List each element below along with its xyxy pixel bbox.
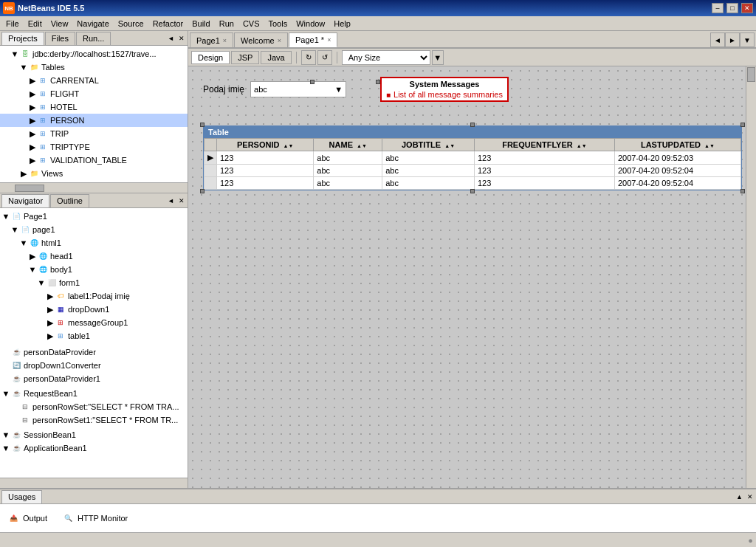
nav-item-body1[interactable]: ▼ 🌐 body1 bbox=[0, 263, 188, 276]
tab-nav-next[interactable]: ► bbox=[725, 32, 740, 47]
expander-person[interactable]: ▶ bbox=[28, 116, 37, 125]
tree-item-person[interactable]: ▶ ⊞ PERSON bbox=[0, 114, 188, 127]
refresh-btn[interactable]: ↻ bbox=[301, 50, 316, 65]
nav-item-rowset2[interactable]: ⊟ personRowSet1:"SELECT * FROM TR... bbox=[0, 413, 188, 427]
tree-item-validation[interactable]: ▶ ⊞ VALIDATION_TABLE bbox=[0, 154, 188, 167]
expander-msggroup1[interactable]: ▶ bbox=[46, 318, 55, 328]
sort-lu-icon[interactable]: ▲▼ bbox=[704, 143, 715, 148]
nav-item-person-dp[interactable]: ☕ personDataProvider bbox=[0, 345, 188, 359]
resize-handle-tl[interactable] bbox=[376, 80, 380, 84]
left-top-close-btn[interactable]: ✕ bbox=[177, 35, 186, 42]
tab-list-btn[interactable]: ▼ bbox=[740, 32, 755, 47]
expander-label1[interactable]: ▶ bbox=[46, 292, 55, 301]
menu-item-build[interactable]: Build bbox=[188, 18, 214, 30]
menu-item-edit[interactable]: Edit bbox=[24, 18, 47, 30]
size-dropdown[interactable]: Any Size 320x240 640x480 800x600 1024x76… bbox=[342, 50, 430, 65]
menu-item-help[interactable]: Help bbox=[329, 18, 355, 30]
expander-hotel[interactable]: ▶ bbox=[28, 103, 37, 112]
sort-jobtitle-icon[interactable]: ▲▼ bbox=[444, 143, 455, 148]
resize-handle-tr[interactable] bbox=[310, 80, 315, 84]
th-frequentflyer[interactable]: FREQUENTFLYER ▲▼ bbox=[474, 139, 614, 151]
editor-tab-page1-active-close[interactable]: × bbox=[327, 36, 331, 44]
nav-item-head1[interactable]: ▶ 🌐 head1 bbox=[0, 250, 188, 263]
http-monitor-tab-btn[interactable]: 🔍 HTTP Monitor bbox=[58, 512, 132, 525]
tree-item-tables[interactable]: ▼ 📁 Tables bbox=[0, 61, 188, 74]
canvas-vscroll[interactable] bbox=[746, 66, 756, 488]
expander-table1[interactable]: ▶ bbox=[46, 331, 55, 341]
navigator-collapse-btn[interactable]: ◄ bbox=[166, 197, 176, 204]
expander-carrental[interactable]: ▶ bbox=[28, 76, 37, 86]
tab-navigator[interactable]: Navigator bbox=[1, 194, 49, 207]
tree-item-flight[interactable]: ▶ ⊞ FLIGHT bbox=[0, 87, 188, 100]
expander-appbean1[interactable]: ▼ bbox=[1, 444, 10, 453]
minimize-button[interactable]: – bbox=[712, 3, 724, 13]
navigator-hscroll[interactable] bbox=[0, 478, 188, 488]
sync-btn[interactable]: ↺ bbox=[317, 50, 332, 65]
menu-item-refactor[interactable]: Refactor bbox=[148, 18, 188, 30]
bottom-panel-close-btn[interactable]: ✕ bbox=[746, 493, 755, 500]
left-top-collapse-btn[interactable]: ◄ bbox=[166, 35, 176, 42]
th-personid[interactable]: PERSONID ▲▼ bbox=[217, 139, 314, 151]
expander-page1-root[interactable]: ▼ bbox=[1, 212, 10, 221]
dropdown-widget[interactable]: abc ▼ bbox=[250, 81, 346, 97]
left-top-hscroll[interactable] bbox=[0, 182, 188, 193]
expander-body1[interactable]: ▼ bbox=[28, 265, 37, 274]
th-jobtitle[interactable]: JOBTITLE ▲▼ bbox=[382, 139, 475, 151]
tab-run[interactable]: Run... bbox=[76, 32, 111, 45]
tree-item-triptype[interactable]: ▶ ⊞ TRIPTYPE bbox=[0, 140, 188, 154]
editor-tab-welcome[interactable]: Welcome × bbox=[234, 32, 288, 47]
expander-dropdown1[interactable]: ▶ bbox=[46, 305, 55, 314]
menu-item-navigate[interactable]: Navigate bbox=[72, 18, 113, 30]
editor-tab-page1-active[interactable]: Page1 * × bbox=[289, 32, 337, 47]
nav-item-requestbean1[interactable]: ▼ ☕ RequestBean1 bbox=[0, 387, 188, 400]
expander-triptype[interactable]: ▶ bbox=[28, 142, 37, 152]
tab-files[interactable]: Files bbox=[45, 32, 75, 45]
db-tree[interactable]: ▼ 🗄 jdbc:derby://localhost:1527/trave...… bbox=[0, 46, 188, 182]
tab-projects[interactable]: Projects bbox=[1, 32, 44, 45]
editor-tab-page1[interactable]: Page1 × bbox=[190, 32, 233, 47]
handle-tr[interactable] bbox=[740, 123, 745, 127]
tab-outline[interactable]: Outline bbox=[50, 194, 89, 207]
nav-item-appbean1[interactable]: ▼ ☕ ApplicationBean1 bbox=[0, 441, 188, 455]
expander-flight[interactable]: ▶ bbox=[28, 89, 37, 99]
design-tab-jsp[interactable]: JSP bbox=[231, 51, 259, 64]
bottom-tab-usages[interactable]: Usages bbox=[1, 490, 42, 503]
nav-item-page1-root[interactable]: ▼ 📄 Page1 bbox=[0, 210, 188, 223]
expander-html1[interactable]: ▼ bbox=[19, 238, 28, 247]
expander-page1[interactable]: ▼ bbox=[10, 225, 19, 234]
handle-br[interactable] bbox=[740, 189, 745, 193]
menu-item-source[interactable]: Source bbox=[114, 18, 148, 30]
menu-item-tools[interactable]: Tools bbox=[264, 18, 292, 30]
nav-item-page1[interactable]: ▼ 📄 page1 bbox=[0, 223, 188, 236]
handle-tl[interactable] bbox=[200, 123, 205, 127]
expander-trip[interactable]: ▶ bbox=[28, 129, 37, 139]
close-button[interactable]: ✕ bbox=[741, 3, 753, 13]
design-tab-java[interactable]: Java bbox=[261, 51, 291, 64]
expander-sessionbean1[interactable]: ▼ bbox=[1, 430, 10, 439]
sort-name-icon[interactable]: ▲▼ bbox=[357, 143, 367, 148]
expander-validation[interactable]: ▶ bbox=[28, 156, 37, 165]
handle-tc[interactable] bbox=[470, 123, 475, 127]
nav-item-html1[interactable]: ▼ 🌐 html1 bbox=[0, 236, 188, 250]
th-name[interactable]: NAME ▲▼ bbox=[314, 139, 382, 151]
nav-item-dropdown-conv[interactable]: 🔄 dropDown1Converter bbox=[0, 359, 188, 372]
menu-item-run[interactable]: Run bbox=[215, 18, 238, 30]
bottom-panel-float-btn[interactable]: ▲ bbox=[735, 493, 744, 500]
expander-head1[interactable]: ▶ bbox=[28, 252, 37, 261]
expander-root[interactable]: ▼ bbox=[10, 49, 19, 58]
tree-item-views[interactable]: ▶ 📁 Views bbox=[0, 167, 188, 180]
menu-item-cvs[interactable]: CVS bbox=[238, 18, 264, 30]
menu-item-window[interactable]: Window bbox=[292, 18, 329, 30]
expander-views[interactable]: ▶ bbox=[19, 169, 28, 179]
tree-item-root[interactable]: ▼ 🗄 jdbc:derby://localhost:1527/trave... bbox=[0, 47, 188, 61]
maximize-button[interactable]: □ bbox=[726, 3, 738, 13]
sort-ff-icon[interactable]: ▲▼ bbox=[577, 143, 587, 148]
nav-item-person-dp1[interactable]: ☕ personDataProvider1 bbox=[0, 372, 188, 385]
nav-item-label1[interactable]: ▶ 🏷 label1:Podaj imię bbox=[0, 289, 188, 303]
design-tab-design[interactable]: Design bbox=[191, 51, 230, 64]
th-lastupdated[interactable]: LASTUPDATED ▲▼ bbox=[614, 139, 740, 151]
expander-form1[interactable]: ▼ bbox=[37, 278, 46, 287]
editor-tab-welcome-close[interactable]: × bbox=[278, 37, 281, 44]
nav-item-form1[interactable]: ▼ ⬜ form1 bbox=[0, 276, 188, 289]
handle-bl[interactable] bbox=[200, 189, 205, 193]
